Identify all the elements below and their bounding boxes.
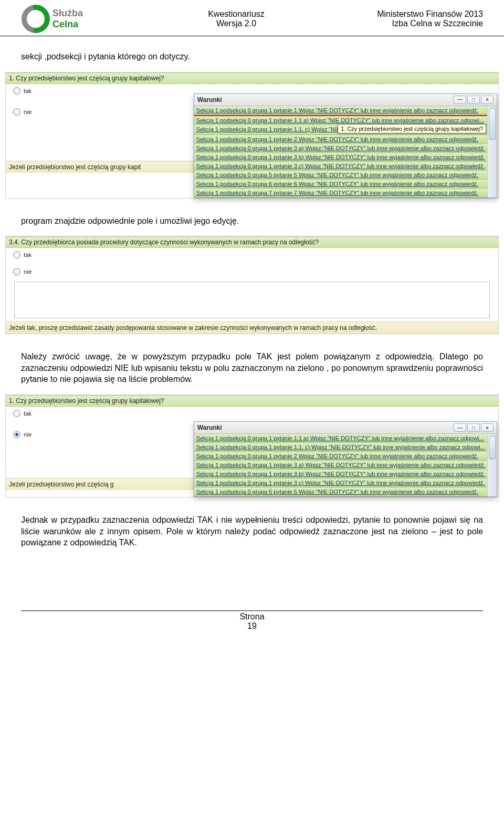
warunki-row[interactable]: Sekcja 1 podsekcja 0 grupa 6 pytanie 6 W… [194,180,487,189]
instruction-row: Jeżeli przedsiębiorstwo jest częścią g [6,478,194,490]
radio-tak[interactable] [13,410,20,417]
header-center-1: Kwestionariusz [126,9,346,19]
scrollbar-thumb[interactable] [489,436,496,459]
warunki-popup: Warunki — □ × Sekcja 1 podsekcja 0 grupa… [194,94,497,198]
instruction-row: Jeżeli przedsiębiorstwo jest częścią gru… [6,161,194,173]
question-row: 1. Czy przedsiębiorstwo jest częścią gru… [6,73,498,84]
logo-text-1: Służba [52,8,83,19]
radio-tak[interactable] [13,87,20,95]
warunki-row[interactable]: Sekcja 1 podsekcja 0 grupa 1 pytanie 1.1… [194,434,487,443]
logo-icon [21,4,50,34]
paragraph-2: program znajdzie odpowiednie pole i umoż… [0,215,504,227]
warunki-row[interactable]: Sekcja 1 podsekcja 0 grupa 1 pytanie 3 a… [194,144,487,153]
footer-label: Strona [21,612,483,622]
header-right-2: Izba Celna w Szczecinie [346,19,483,28]
screenshot-2: 3.4. Czy przedsiębiorca posiada procedur… [5,236,499,334]
question-row: 3.4. Czy przedsiębiorca posiada procedur… [6,236,498,248]
radio-tak[interactable] [13,251,20,258]
answer-textarea[interactable] [14,282,490,318]
minimize-button[interactable]: — [454,423,466,432]
warunki-row[interactable]: Sekcja 1 podsekcja 0 grupa 1 pytanie 3 c… [194,162,487,171]
header-center-2: Wersja 2.0 [126,19,346,28]
warunki-row[interactable]: Sekcja 1 podsekcja 0 grupa 5 pytanie 5 W… [194,171,487,180]
screenshot-3: 1. Czy przedsiębiorstwo jest częścią gru… [5,395,499,498]
maximize-button[interactable]: □ [467,423,480,432]
radio-nie-label: nie [24,431,32,438]
paragraph-4: Jednak w przypadku zaznaczenia odpowiedz… [0,514,504,548]
radio-nie-label: nie [24,109,32,115]
warunki-row[interactable]: Sekcja 1 podsekcja 0 grupa 1 pytanie 3 b… [194,153,487,162]
close-button[interactable]: × [481,423,494,432]
radio-nie[interactable] [13,431,20,438]
warunki-row[interactable]: Sekcja 1 podsekcja 0 grupa 5 pytanie 5 W… [194,488,487,496]
warunki-row[interactable]: Sekcja 1 podsekcja 0 grupa 1 pytanie 3 b… [194,470,487,479]
page-header: Służba Celna Kwestionariusz Wersja 2.0 M… [0,0,504,36]
paragraph-1: sekcji ,podsekcji i pytania którego on d… [0,51,504,63]
instruction-row: Jeżeli tak, proszę przedstawić zasady po… [6,322,498,334]
paragraph-3: Należy zwrócić uwagę, że w powyższym prz… [0,351,504,385]
radio-nie[interactable] [13,108,20,116]
scrollbar[interactable] [487,434,497,496]
warunki-row[interactable]: Sekcja 1 podsekcja 0 grupa 1 pytanie 3 c… [194,479,487,488]
warunki-row[interactable]: Sekcja 1 podsekcja 0 grupa 1 pytanie 1 W… [194,106,487,115]
question-row: 1. Czy przedsiębiorstwo jest częścią gru… [6,395,498,407]
popup-title-text: Warunki [197,424,222,431]
warunki-popup: Warunki — □ × Sekcja 1 podsekcja 0 grupa… [194,421,497,497]
warunki-row[interactable]: Sekcja 1 podsekcja 0 grupa 1 pytanie 1.1… [194,443,487,452]
logo-block: Służba Celna [21,4,126,34]
maximize-button[interactable]: □ [467,96,480,104]
scrollbar-thumb[interactable] [489,108,496,140]
header-right-1: Ministerstwo Finansów 2013 [346,9,483,19]
radio-tak-label: tak [24,88,32,94]
tooltip: 1. Czy przedsiębiorstwo jest częścią gru… [338,124,486,133]
warunki-row[interactable]: Sekcja 1 podsekcja 0 grupa 7 pytanie 7 W… [194,189,487,198]
warunki-row[interactable]: Sekcja 1 podsekcja 0 grupa 1 pytanie 3 a… [194,461,487,470]
minimize-button[interactable]: — [454,96,466,104]
warunki-row[interactable]: Sekcja 1 podsekcja 0 grupa 1 pytanie 2 W… [194,452,487,461]
radio-tak-label: tak [24,252,32,258]
logo-text-2: Celna [52,19,83,30]
screenshot-1: 1. Czy przedsiębiorstwo jest częścią gru… [5,72,499,199]
warunki-row[interactable]: Sekcja 1 podsekcja 0 grupa 1 pytanie 2 W… [194,135,487,144]
radio-nie-label: nie [24,268,32,275]
footer-page-number: 19 [21,622,483,631]
radio-tak-label: tak [24,410,32,417]
scrollbar[interactable] [487,106,497,198]
page-footer: Strona 19 [0,606,504,644]
popup-title-text: Warunki [197,96,222,103]
radio-nie[interactable] [13,268,20,275]
close-button[interactable]: × [481,96,494,104]
